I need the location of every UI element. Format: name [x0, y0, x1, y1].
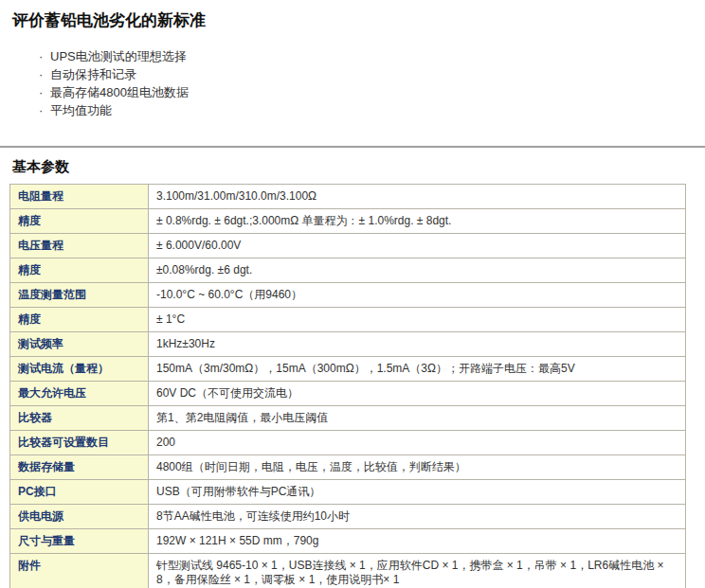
table-row: 尺寸与重量192W × 121H × 55D mm，790g: [10, 529, 686, 554]
spec-value-cell: ± 0.8%rdg. ± 6dgt.;3.000mΩ 单量程为：± 1.0%rd…: [149, 209, 686, 234]
spec-value-cell: USB（可用附带软件与PC通讯）: [149, 480, 686, 505]
bullet-icon: ·: [39, 47, 50, 65]
bullet-icon: ·: [39, 83, 50, 101]
spec-value-cell: 150mA（3m/30mΩ），15mA（300mΩ），1.5mA（3Ω）；开路端…: [149, 357, 686, 382]
section-divider: [0, 146, 705, 148]
table-row: 精度± 1°C: [10, 308, 686, 332]
spec-value-cell: 4800组（时间日期，电阻，电压，温度，比较值，判断结果）: [149, 455, 686, 480]
feature-text: 自动保持和记录: [50, 67, 136, 81]
spec-label-cell: 测试频率: [10, 332, 149, 357]
spec-label-cell: 测试电流（量程）: [10, 357, 149, 382]
spec-value-cell: 第1、第2电阻阈值，最小电压阈值: [149, 406, 686, 431]
spec-value-cell: 200: [149, 431, 686, 455]
spec-label-cell: 最大允许电压: [10, 382, 149, 406]
spec-table-body: 电阻量程3.100m/31.00m/310.0m/3.100Ω精度± 0.8%r…: [10, 185, 686, 588]
spec-label-cell: 温度测量范围: [10, 283, 149, 308]
spec-label-cell: 数据存储量: [10, 455, 149, 480]
spec-label-cell: 电压量程: [10, 234, 149, 258]
table-row: 比较器第1、第2电阻阈值，最小电压阈值: [10, 406, 686, 431]
spec-label-cell: 精度: [10, 258, 149, 283]
spec-table: 电阻量程3.100m/31.00m/310.0m/3.100Ω精度± 0.8%r…: [9, 184, 686, 588]
spec-label-cell: 精度: [10, 209, 149, 234]
feature-item: ·UPS电池测试的理想选择: [39, 47, 696, 65]
table-row: 比较器可设置数目200: [10, 431, 686, 455]
section-heading: 基本参数: [12, 158, 696, 175]
table-row: 测试频率1kHz±30Hz: [10, 332, 686, 357]
feature-text: 平均值功能: [50, 103, 112, 117]
spec-label-cell: PC接口: [10, 480, 149, 505]
spec-value-cell: 1kHz±30Hz: [149, 332, 686, 357]
table-row: 精度±0.08%rdg. ±6 dgt.: [10, 258, 686, 283]
feature-item: ·最高存储4800组电池数据: [39, 83, 696, 101]
table-row: PC接口USB（可用附带软件与PC通讯）: [10, 480, 686, 505]
table-row: 最大允许电压60V DC（不可使用交流电）: [10, 382, 686, 406]
spec-label-cell: 附件: [10, 554, 149, 588]
spec-value-cell: ± 1°C: [149, 308, 686, 332]
spec-value-cell: ± 6.000V/60.00V: [149, 234, 686, 258]
spec-value-cell: 192W × 121H × 55D mm，790g: [149, 529, 686, 554]
feature-item: ·自动保持和记录: [39, 65, 696, 83]
feature-list: ·UPS电池测试的理想选择·自动保持和记录·最高存储4800组电池数据·平均值功…: [9, 47, 696, 119]
spec-label-cell: 比较器可设置数目: [10, 431, 149, 455]
table-row: 精度± 0.8%rdg. ± 6dgt.;3.000mΩ 单量程为：± 1.0%…: [10, 209, 686, 234]
page-title: 评价蓄铅电池劣化的新标准: [12, 11, 696, 30]
spec-value-cell: 3.100m/31.00m/310.0m/3.100Ω: [149, 185, 686, 209]
table-row: 电压量程± 6.000V/60.00V: [10, 234, 686, 258]
table-row: 电阻量程3.100m/31.00m/310.0m/3.100Ω: [10, 185, 686, 209]
spec-value-cell: -10.0°C ~ 60.0°C（用9460）: [149, 283, 686, 308]
feature-text: 最高存储4800组电池数据: [50, 85, 189, 99]
spec-value-cell: ±0.08%rdg. ±6 dgt.: [149, 258, 686, 283]
spec-value-cell: 60V DC（不可使用交流电）: [149, 382, 686, 406]
spec-label-cell: 比较器: [10, 406, 149, 431]
table-row: 测试电流（量程）150mA（3m/30mΩ），15mA（300mΩ），1.5mA…: [10, 357, 686, 382]
spec-label-cell: 供电电源: [10, 505, 149, 529]
spec-label-cell: 尺寸与重量: [10, 529, 149, 554]
feature-item: ·平均值功能: [39, 101, 696, 119]
product-spec-page: 评价蓄铅电池劣化的新标准 ·UPS电池测试的理想选择·自动保持和记录·最高存储4…: [0, 0, 705, 588]
table-row: 温度测量范围-10.0°C ~ 60.0°C（用9460）: [10, 283, 686, 308]
bullet-icon: ·: [39, 101, 50, 119]
bullet-icon: ·: [39, 65, 50, 83]
spec-value-cell: 针型测试线 9465-10 × 1，USB连接线 × 1，应用软件CD × 1，…: [149, 554, 686, 588]
spec-label-cell: 精度: [10, 308, 149, 332]
table-row: 附件针型测试线 9465-10 × 1，USB连接线 × 1，应用软件CD × …: [10, 554, 686, 588]
feature-text: UPS电池测试的理想选择: [50, 49, 187, 63]
table-row: 数据存储量4800组（时间日期，电阻，电压，温度，比较值，判断结果）: [10, 455, 686, 480]
spec-label-cell: 电阻量程: [10, 185, 149, 209]
table-row: 供电电源8节AA碱性电池，可连续使用约10小时: [10, 505, 686, 529]
spec-value-cell: 8节AA碱性电池，可连续使用约10小时: [149, 505, 686, 529]
